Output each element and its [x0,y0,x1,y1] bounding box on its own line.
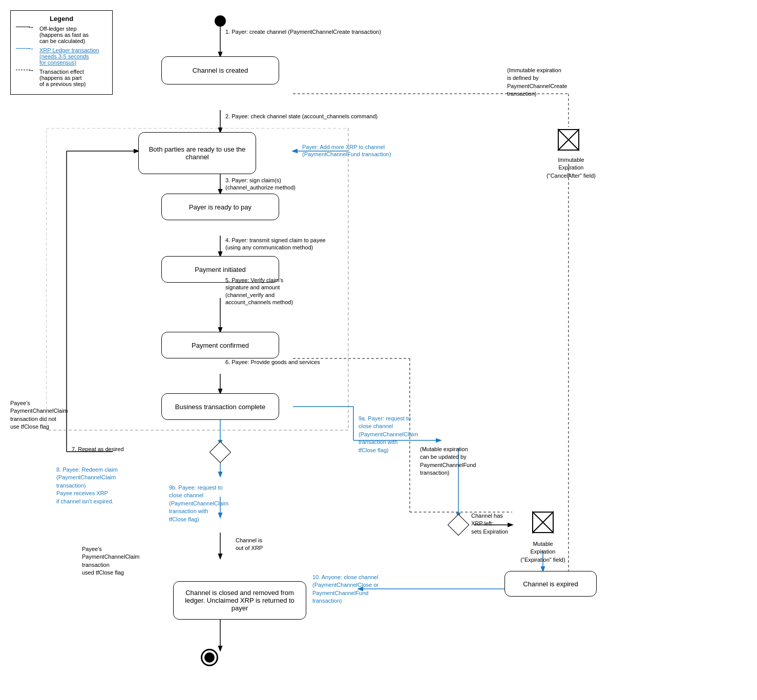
payee-tfclose-label: Payee'sPaymentChannelClaimtransactionuse… [82,545,140,577]
legend-item-blue: → XRP Ledger transaction(needs 3-5 secon… [16,47,107,66]
payment-confirmed-box: Payment confirmed [161,332,279,358]
step9b-label: 9b. Payee: request toclose channel(Payme… [169,484,228,523]
immutable-exp-label: ImmutableExpiration("CancelAfter" field) [538,156,604,180]
immutable-note-label: (Immutable expirationis defined byPaymen… [507,67,567,98]
business-complete-box: Business transaction complete [161,393,279,420]
immutable-expiration-symbol [556,127,581,153]
payer-ready-box: Payer is ready to pay [161,194,279,220]
step1-label: 1. Payer: create channel (PaymentChannel… [225,28,381,35]
legend-item-dashed: → Transaction effect(happens as partof a… [16,69,107,87]
mutable-expiration-symbol [530,510,556,535]
add-xrp-label: Payer: Add more XRP to channel(PaymentCh… [302,143,391,158]
legend-blue-label: XRP Ledger transaction(needs 3-5 seconds… [39,47,99,66]
start-node [215,15,226,27]
both-parties-box: Both parties are ready to use the channe… [138,132,256,174]
svg-marker-29 [533,512,553,533]
channel-expired-box: Channel is expired [504,571,597,597]
step8-label: 8. Payee: Redeem claim(PaymentChannelCla… [56,466,118,505]
channel-out-xrp-label: Channel isout of XRP [236,537,263,553]
legend-solid-label: Off-ledger step(happens as fast ascan be… [39,26,89,44]
payee-no-tfclose-label: Payee'sPaymentChannelClaimtransaction di… [10,399,68,431]
channel-closed-box: Channel is closed and removed from ledge… [173,581,306,620]
step5-label: 5. Payee: Verify claim'ssignature and am… [225,277,293,306]
channel-has-xrp-label: Channel hasXRP left:sets Expiration [471,512,508,536]
legend-item-solid: → Off-ledger step(happens as fast ascan … [16,26,107,44]
step9a-label: 9a. Payer: request toclose channel(Payme… [359,415,418,454]
legend-dashed-label: Transaction effect(happens as partof a p… [39,69,86,87]
legend-title: Legend [16,15,107,23]
step6-label: 6. Payee: Provide goods and services [225,358,320,366]
channel-created-box: Channel is created [161,56,279,84]
diagram-container: Legend → Off-ledger step(happens as fast… [0,0,757,700]
step3-label: 3. Payer: sign claim(s)(channel_authoriz… [225,177,296,192]
step10-label: 10. Anyone: close channel(PaymentChannel… [312,574,379,605]
svg-marker-32 [558,130,579,150]
mutable-note-label: (Mutable expirationcan be updated byPaym… [420,446,476,477]
end-node [202,650,217,665]
mutable-exp-label: MutableExpiration("Expiration" field) [510,540,576,564]
step2-label: 2. Payee: check channel state (account_c… [225,113,377,120]
diamond2 [448,514,469,536]
step7-label: 7. Repeat as desired [72,446,124,453]
step4-label: 4. Payer: transmit signed claim to payee… [225,237,326,251]
diamond1 [209,441,231,463]
legend: Legend → Off-ledger step(happens as fast… [10,10,113,95]
